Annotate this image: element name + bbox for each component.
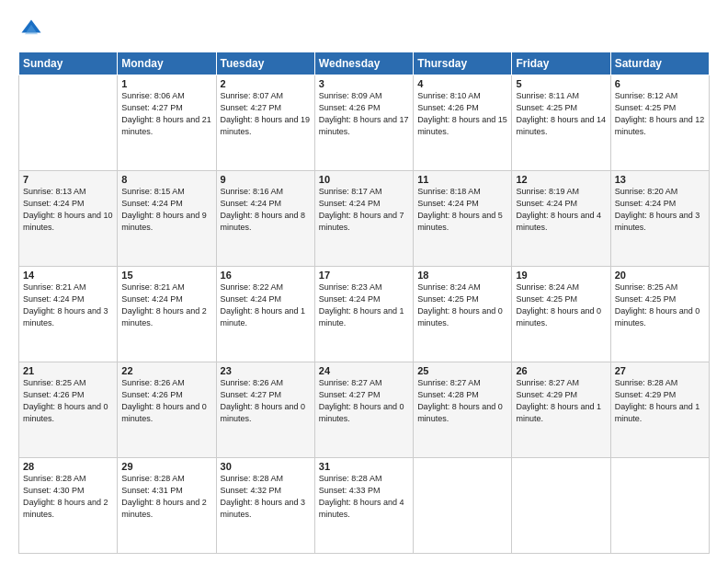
day-cell: 15Sunrise: 8:21 AMSunset: 4:24 PMDayligh…: [118, 267, 216, 362]
col-header-sunday: Sunday: [19, 52, 118, 75]
day-number: 24: [319, 365, 409, 376]
day-info: Sunrise: 8:21 AMSunset: 4:24 PMDaylight:…: [23, 282, 113, 329]
day-cell: 22Sunrise: 8:26 AMSunset: 4:26 PMDayligh…: [118, 362, 216, 458]
day-number: 8: [121, 174, 211, 185]
day-info: Sunrise: 8:26 AMSunset: 4:27 PMDaylight:…: [221, 377, 311, 425]
day-info: Sunrise: 8:11 AMSunset: 4:25 PMDaylight:…: [516, 90, 606, 138]
day-info: Sunrise: 8:27 AMSunset: 4:28 PMDaylight:…: [417, 377, 507, 425]
day-info: Sunrise: 8:06 AMSunset: 4:27 PMDaylight:…: [121, 90, 211, 138]
day-cell: 1Sunrise: 8:06 AMSunset: 4:27 PMDaylight…: [118, 75, 216, 171]
col-header-monday: Monday: [118, 52, 216, 75]
day-number: 22: [121, 365, 211, 376]
week-row-0: 1Sunrise: 8:06 AMSunset: 4:27 PMDaylight…: [19, 75, 710, 171]
day-cell: 19Sunrise: 8:24 AMSunset: 4:25 PMDayligh…: [512, 267, 610, 362]
day-info: Sunrise: 8:07 AMSunset: 4:27 PMDaylight:…: [221, 90, 311, 138]
day-number: 7: [23, 174, 113, 185]
day-cell: 7Sunrise: 8:13 AMSunset: 4:24 PMDaylight…: [19, 171, 118, 267]
day-info: Sunrise: 8:28 AMSunset: 4:30 PMDaylight:…: [23, 473, 113, 521]
day-number: 15: [121, 270, 211, 281]
day-number: 16: [221, 270, 311, 281]
day-cell: 23Sunrise: 8:26 AMSunset: 4:27 PMDayligh…: [216, 362, 314, 458]
day-info: Sunrise: 8:28 AMSunset: 4:33 PMDaylight:…: [319, 473, 409, 521]
day-info: Sunrise: 8:28 AMSunset: 4:29 PMDaylight:…: [615, 377, 705, 425]
day-number: 26: [516, 365, 606, 376]
day-info: Sunrise: 8:22 AMSunset: 4:24 PMDaylight:…: [221, 282, 311, 329]
day-number: 6: [615, 78, 705, 89]
day-cell: 17Sunrise: 8:23 AMSunset: 4:24 PMDayligh…: [314, 267, 413, 362]
day-number: 20: [615, 270, 705, 281]
day-info: Sunrise: 8:10 AMSunset: 4:26 PMDaylight:…: [417, 90, 507, 138]
day-cell: 28Sunrise: 8:28 AMSunset: 4:30 PMDayligh…: [19, 458, 118, 554]
day-info: Sunrise: 8:09 AMSunset: 4:26 PMDaylight:…: [319, 90, 409, 138]
logo: [18, 17, 48, 42]
day-info: Sunrise: 8:19 AMSunset: 4:24 PMDaylight:…: [516, 186, 606, 234]
calendar-header-row: SundayMondayTuesdayWednesdayThursdayFrid…: [19, 52, 710, 75]
day-number: 12: [516, 174, 606, 185]
day-cell: 4Sunrise: 8:10 AMSunset: 4:26 PMDaylight…: [414, 75, 512, 171]
col-header-wednesday: Wednesday: [314, 52, 413, 75]
day-number: 19: [516, 270, 606, 281]
day-info: Sunrise: 8:28 AMSunset: 4:32 PMDaylight:…: [221, 473, 311, 521]
day-info: Sunrise: 8:12 AMSunset: 4:25 PMDaylight:…: [615, 90, 705, 138]
day-cell: 12Sunrise: 8:19 AMSunset: 4:24 PMDayligh…: [512, 171, 610, 267]
day-info: Sunrise: 8:25 AMSunset: 4:25 PMDaylight:…: [615, 282, 705, 329]
day-cell: 26Sunrise: 8:27 AMSunset: 4:29 PMDayligh…: [512, 362, 610, 458]
day-info: Sunrise: 8:24 AMSunset: 4:25 PMDaylight:…: [516, 282, 606, 329]
day-info: Sunrise: 8:28 AMSunset: 4:31 PMDaylight:…: [121, 473, 211, 521]
header: [18, 17, 710, 42]
day-info: Sunrise: 8:25 AMSunset: 4:26 PMDaylight:…: [23, 377, 113, 425]
day-cell: 20Sunrise: 8:25 AMSunset: 4:25 PMDayligh…: [610, 267, 709, 362]
calendar-body: 1Sunrise: 8:06 AMSunset: 4:27 PMDaylight…: [19, 75, 710, 554]
week-row-4: 28Sunrise: 8:28 AMSunset: 4:30 PMDayligh…: [19, 458, 710, 554]
day-info: Sunrise: 8:16 AMSunset: 4:24 PMDaylight:…: [221, 186, 311, 234]
day-cell: [512, 458, 610, 554]
day-number: 30: [221, 461, 311, 472]
day-number: 4: [417, 78, 507, 89]
day-number: 13: [615, 174, 705, 185]
day-number: 31: [319, 461, 409, 472]
calendar: SundayMondayTuesdayWednesdayThursdayFrid…: [18, 52, 710, 554]
day-number: 28: [23, 461, 113, 472]
day-cell: [19, 75, 118, 171]
day-cell: 5Sunrise: 8:11 AMSunset: 4:25 PMDaylight…: [512, 75, 610, 171]
col-header-saturday: Saturday: [610, 52, 709, 75]
day-cell: [414, 458, 512, 554]
day-info: Sunrise: 8:13 AMSunset: 4:24 PMDaylight:…: [23, 186, 113, 234]
week-row-1: 7Sunrise: 8:13 AMSunset: 4:24 PMDaylight…: [19, 171, 710, 267]
day-number: 1: [121, 78, 211, 89]
day-cell: [610, 458, 709, 554]
week-row-3: 21Sunrise: 8:25 AMSunset: 4:26 PMDayligh…: [19, 362, 710, 458]
day-number: 25: [417, 365, 507, 376]
col-header-thursday: Thursday: [414, 52, 512, 75]
day-info: Sunrise: 8:23 AMSunset: 4:24 PMDaylight:…: [319, 282, 409, 329]
day-number: 2: [221, 78, 311, 89]
day-cell: 16Sunrise: 8:22 AMSunset: 4:24 PMDayligh…: [216, 267, 314, 362]
day-number: 3: [319, 78, 409, 89]
day-number: 29: [121, 461, 211, 472]
day-number: 10: [319, 174, 409, 185]
day-info: Sunrise: 8:26 AMSunset: 4:26 PMDaylight:…: [121, 377, 211, 425]
day-number: 11: [417, 174, 507, 185]
day-number: 9: [221, 174, 311, 185]
day-number: 23: [221, 365, 311, 376]
day-cell: 8Sunrise: 8:15 AMSunset: 4:24 PMDaylight…: [118, 171, 216, 267]
day-info: Sunrise: 8:15 AMSunset: 4:24 PMDaylight:…: [121, 186, 211, 234]
day-cell: 30Sunrise: 8:28 AMSunset: 4:32 PMDayligh…: [216, 458, 314, 554]
day-cell: 11Sunrise: 8:18 AMSunset: 4:24 PMDayligh…: [414, 171, 512, 267]
day-number: 18: [417, 270, 507, 281]
day-info: Sunrise: 8:18 AMSunset: 4:24 PMDaylight:…: [417, 186, 507, 234]
day-number: 17: [319, 270, 409, 281]
day-cell: 9Sunrise: 8:16 AMSunset: 4:24 PMDaylight…: [216, 171, 314, 267]
day-cell: 27Sunrise: 8:28 AMSunset: 4:29 PMDayligh…: [610, 362, 709, 458]
day-info: Sunrise: 8:27 AMSunset: 4:29 PMDaylight:…: [516, 377, 606, 425]
day-info: Sunrise: 8:24 AMSunset: 4:25 PMDaylight:…: [417, 282, 507, 329]
day-cell: 2Sunrise: 8:07 AMSunset: 4:27 PMDaylight…: [216, 75, 314, 171]
day-number: 14: [23, 270, 113, 281]
day-cell: 25Sunrise: 8:27 AMSunset: 4:28 PMDayligh…: [414, 362, 512, 458]
day-number: 5: [516, 78, 606, 89]
day-info: Sunrise: 8:27 AMSunset: 4:27 PMDaylight:…: [319, 377, 409, 425]
col-header-friday: Friday: [512, 52, 610, 75]
day-cell: 31Sunrise: 8:28 AMSunset: 4:33 PMDayligh…: [314, 458, 413, 554]
week-row-2: 14Sunrise: 8:21 AMSunset: 4:24 PMDayligh…: [19, 267, 710, 362]
day-info: Sunrise: 8:20 AMSunset: 4:24 PMDaylight:…: [615, 186, 705, 234]
